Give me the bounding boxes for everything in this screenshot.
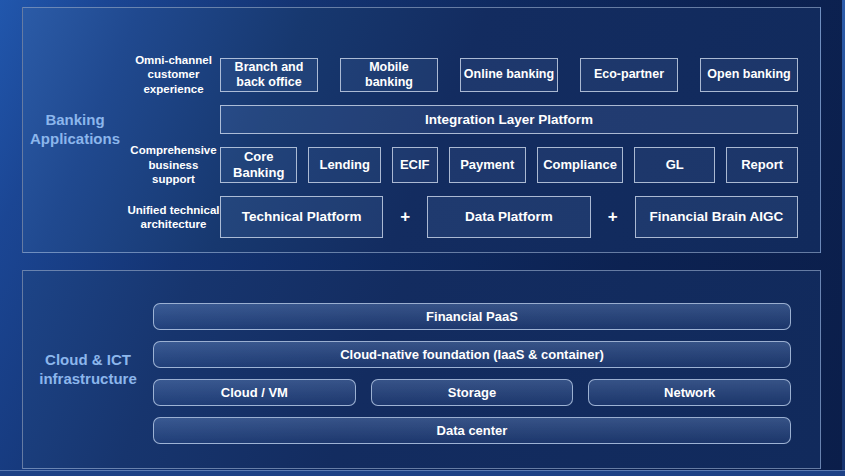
row-business-support: Comprehensive business support Core Bank… [127,143,798,186]
screen-bottom-edge-highlight [0,470,845,476]
plus-sign: + [591,196,635,238]
row-financial-paas: Financial PaaS [153,303,791,330]
bar-network: Network [588,379,791,406]
box-report: Report [726,147,798,183]
section-label-cloud: Cloud & ICT infrastructure [23,351,153,389]
row-technical-architecture: Unified technical architecture Technical… [127,196,798,238]
bar-storage: Storage [371,379,574,406]
box-compliance: Compliance [537,147,623,183]
row-cloud-native-foundation: Cloud-native foundation (IaaS & containe… [153,341,791,368]
cloud-rows: Financial PaaS Cloud-native foundation (… [153,271,820,468]
banking-applications-panel: Banking Applications Omni-channel custom… [22,7,821,253]
box-ecif: ECIF [392,147,438,183]
row-iaas-resources: Cloud / VM Storage Network [153,379,791,406]
bar-data-center: Data center [153,417,791,444]
section-label-banking: Banking Applications [23,111,127,149]
box-online-banking: Online banking [460,58,558,92]
bar-cloud-native-foundation: Cloud-native foundation (IaaS & containe… [153,341,791,368]
caption-technical-architecture: Unified technical architecture [127,203,220,232]
plus-sign: + [383,196,427,238]
channel-boxes: Branch and back office Mobile banking On… [220,58,798,92]
row-omni-channel: Omni-channel customer experience Branch … [127,53,798,96]
box-financial-brain-aigc: Financial Brain AIGC [635,196,798,238]
box-integration-layer-platform: Integration Layer Platform [220,105,798,134]
slide-background: Banking Applications Omni-channel custom… [0,0,845,476]
box-data-platform: Data Platform [427,196,590,238]
box-branch-back-office: Branch and back office [220,58,318,92]
box-lending: Lending [308,147,381,183]
bar-cloud-vm: Cloud / VM [153,379,356,406]
box-technical-platform: Technical Platform [220,196,383,238]
caption-omni-channel: Omni-channel customer experience [127,53,220,96]
box-payment: Payment [449,147,526,183]
row-data-center: Data center [153,417,791,444]
integration-boxes: Integration Layer Platform [220,105,798,134]
box-mobile-banking: Mobile banking [340,58,438,92]
tech-boxes: Technical Platform + Data Platform + Fin… [220,196,798,238]
box-core-banking: Core Banking [220,147,297,183]
box-gl: GL [634,147,715,183]
box-open-banking: Open banking [700,58,798,92]
box-eco-partner: Eco-partner [580,58,678,92]
bar-financial-paas: Financial PaaS [153,303,791,330]
row-integration: Integration Layer Platform [127,105,798,134]
caption-business-support: Comprehensive business support [127,143,220,186]
cloud-ict-panel: Cloud & ICT infrastructure Financial Paa… [22,270,821,469]
business-boxes: Core Banking Lending ECIF Payment Compli… [220,147,798,183]
banking-rows: Omni-channel customer experience Branch … [127,8,820,252]
